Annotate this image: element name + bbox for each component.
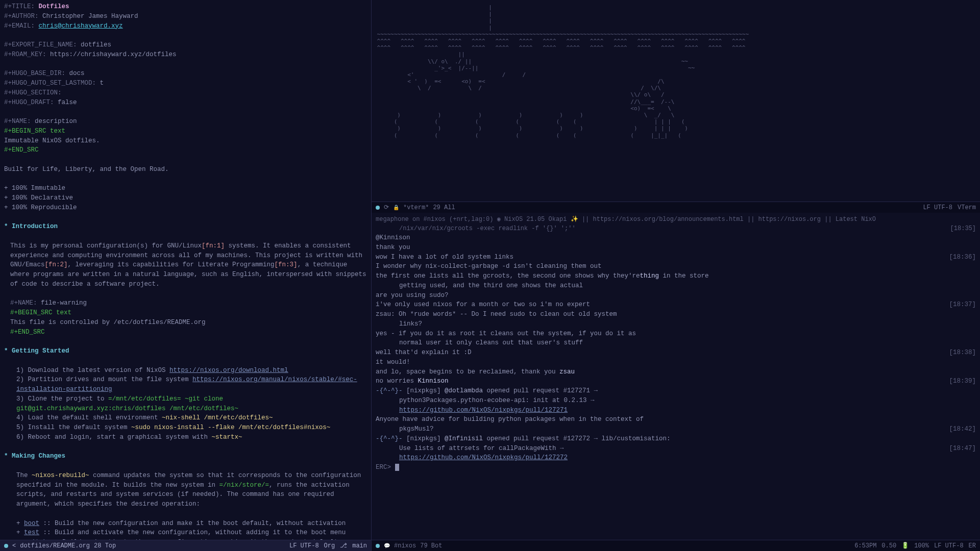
hugo-draft-prop: #+HUGO_DRAFT: false <box>4 98 367 108</box>
branch-icon <box>340 541 347 550</box>
irc-message: -{^-^}- [nixpkgs] @Infinisil opened pull… <box>376 434 976 444</box>
git-branch: main <box>352 541 367 550</box>
irc-message: Anyone have advice for building python p… <box>376 415 976 424</box>
modified-indicator-icon <box>4 544 8 548</box>
bullet-item: + 100% Declarative <box>4 193 367 203</box>
op-boot: + boot :: Build the new configuration an… <box>4 519 367 529</box>
intro-heading: * Introduction <box>4 222 367 232</box>
irc-message-url[interactable]: https://github.com/NixOS/nixpkgs/pull/12… <box>376 406 976 415</box>
left-editor-pane: #+TITLE: Dotfiles #+AUTHOR: Christopher … <box>0 0 372 551</box>
step-1: 1) Download the latest version of NixOS … <box>4 366 367 375</box>
making-changes-heading: * Making Changes <box>4 452 367 461</box>
battery-icon: 🔋 <box>901 541 909 550</box>
channel-name: #nixos <box>394 541 416 550</box>
author-prop: #+AUTHOR: Christopher James Hayward <box>4 12 367 21</box>
sep-icon: ⟳ <box>384 203 389 212</box>
major-mode: VTerm <box>958 203 976 212</box>
irc-message-cont: pkgsMusl?[18:42] <box>376 424 976 434</box>
irc-message: it would! <box>376 358 976 367</box>
begin-src-text: #+BEGIN_SRC text <box>4 127 367 136</box>
irc-topic: megaphone on #nixos (+nrt,lag:0) ◉ NixOS… <box>376 215 976 224</box>
major-mode: Org <box>324 541 335 550</box>
vterm-modeline: ⟳ *vterm* 29 All LF UTF-8 VTerm <box>372 202 980 213</box>
irc-topic-2: /nix/var/nix/gcroots -exec readlink -f '… <box>376 224 976 233</box>
major-mode: ER <box>969 541 976 550</box>
irc-message: yes - if you do it as root it cleans out… <box>376 329 976 339</box>
encoding: LF UTF-8 <box>289 541 319 550</box>
irc-message: well that'd explain it :D[18:38] <box>376 348 976 358</box>
back-icon[interactable]: < <box>12 541 16 550</box>
position-indicator: 29 All <box>433 203 455 212</box>
left-modeline: < dotfiles/README.org 28 Top LF UTF-8 Or… <box>0 540 371 551</box>
tagline: Built for Life, Liberty, and the Open Ro… <box>4 165 367 174</box>
encoding: LF UTF-8 <box>934 541 964 550</box>
end-src: #+END_SRC <box>4 145 367 155</box>
irc-message-cont: normal user it only cleans out that user… <box>376 338 976 348</box>
hugo-lastmod-prop: #+HUGO_AUTO_SET_LASTMOD: t <box>4 79 367 88</box>
name-desc-prop: #+NAME: description <box>4 117 367 127</box>
irc-message: thank you <box>376 243 976 253</box>
indicator-icon <box>376 544 380 548</box>
buffer-name: *vterm* <box>403 203 429 212</box>
intro-body: This is my personal configuration(s) for… <box>4 241 367 289</box>
warn-name: #+NAME: file-warning <box>4 298 367 308</box>
encoding: LF UTF-8 <box>923 203 952 212</box>
irc-message-cont: getting used, and the third one shows th… <box>376 281 976 291</box>
end-src-2: #+END_SRC <box>4 328 367 337</box>
irc-message: zsau: Oh *rude words* -- Do I need sudo … <box>376 310 976 319</box>
hugo-section-prop: #+HUGO_SECTION: <box>4 88 367 98</box>
irc-message-url[interactable]: https://github.com/NixOS/nixpkgs/pull/12… <box>376 453 976 463</box>
irc-message: wow I have a lot of old system links[18:… <box>376 253 976 262</box>
lock-icon <box>393 203 399 212</box>
hugo-base-prop: #+HUGO_BASE_DIR: docs <box>4 69 367 79</box>
cursor-icon[interactable] <box>395 464 399 471</box>
bullet-item: + 100% Reproducible <box>4 203 367 213</box>
email-prop: #+EMAIL: chris@chrishayward.xyz <box>4 21 367 31</box>
title-prop: #+TITLE: Dotfiles <box>4 2 367 12</box>
irc-message: the first one lists all the gcroots, the… <box>376 271 976 281</box>
buffer-name: dotfiles/README.org <box>20 541 90 550</box>
irc-message: @Kinnison <box>376 233 976 243</box>
battery-pct: 100% <box>914 541 929 550</box>
making-body: The ~nixos-rebuild~ command updates the … <box>4 471 367 509</box>
irc-modeline: #nixos 79 Bot 6:53PM 0.50 🔋 100% LF UTF-… <box>372 540 980 551</box>
step-3: 3) Clone the project to =/mnt/etc/dotfil… <box>4 394 367 414</box>
export-name-prop: #+EXPORT_FILE_NAME: dotfiles <box>4 40 367 50</box>
op-test: + test :: Build and activate the new con… <box>4 528 367 538</box>
chat-icon <box>384 541 390 550</box>
clock: 6:53PM <box>854 541 876 550</box>
step-2: 2) Partition drives and mount the file s… <box>4 375 367 394</box>
step-4: 4) Load the default shell environment ~n… <box>4 413 367 423</box>
bullet-item: + 100% Immutable <box>4 184 367 193</box>
irc-message: -{^-^}- [nixpkgs] @dotlambda opened pull… <box>376 386 976 396</box>
irc-message-list: @Kinnison thank you wow I have a lot of … <box>376 233 976 463</box>
indicator-icon <box>376 206 380 210</box>
desc-body: Immutable NixOS dotfiles. <box>4 136 367 146</box>
roam-key-prop: #+ROAM_KEY: https://chrishayward.xyz/dot… <box>4 50 367 60</box>
getting-started-heading: * Getting Started <box>4 346 367 356</box>
irc-message: I wonder why nix-collect-garbage -d isn'… <box>376 262 976 271</box>
irc-message: no worries Kinnison[18:39] <box>376 377 976 386</box>
irc-message: i've only used nixos for a month or two … <box>376 300 976 310</box>
step-5: 5) Install the default system ~sudo nixo… <box>4 423 367 433</box>
irc-message: and lo, space begins to be reclaimed, th… <box>376 367 976 377</box>
position-indicator: 79 Bot <box>420 541 442 550</box>
step-6: 6) Reboot and login, start a graphical s… <box>4 433 367 442</box>
org-editor[interactable]: #+TITLE: Dotfiles #+AUTHOR: Christopher … <box>0 0 371 540</box>
right-pane: | | | | ~~~~~~~~~~~~~~~~~~~~~~~~~~~~~~~~… <box>372 0 980 551</box>
begin-src-text-2: #+BEGIN_SRC text <box>4 308 367 318</box>
irc-message-cont: Use lists of attrsets for callPackageWit… <box>376 444 976 454</box>
position-indicator: 28 Top <box>94 541 116 550</box>
irc-prompt-line: ERC> <box>376 463 976 472</box>
irc-message-cont: links? <box>376 319 976 329</box>
ascii-art: | | | | ~~~~~~~~~~~~~~~~~~~~~~~~~~~~~~~~… <box>374 2 978 139</box>
load-avg: 0.50 <box>881 541 896 550</box>
vterm-pane[interactable]: | | | | ~~~~~~~~~~~~~~~~~~~~~~~~~~~~~~~~… <box>372 0 980 202</box>
warn-body: This file is controlled by /etc/dotfiles… <box>4 318 367 328</box>
irc-message: are you using sudo? <box>376 291 976 300</box>
irc-message-cont: python3Packages.python-ecobee-api: init … <box>376 396 976 406</box>
irc-pane[interactable]: megaphone on #nixos (+nrt,lag:0) ◉ NixOS… <box>372 213 980 540</box>
